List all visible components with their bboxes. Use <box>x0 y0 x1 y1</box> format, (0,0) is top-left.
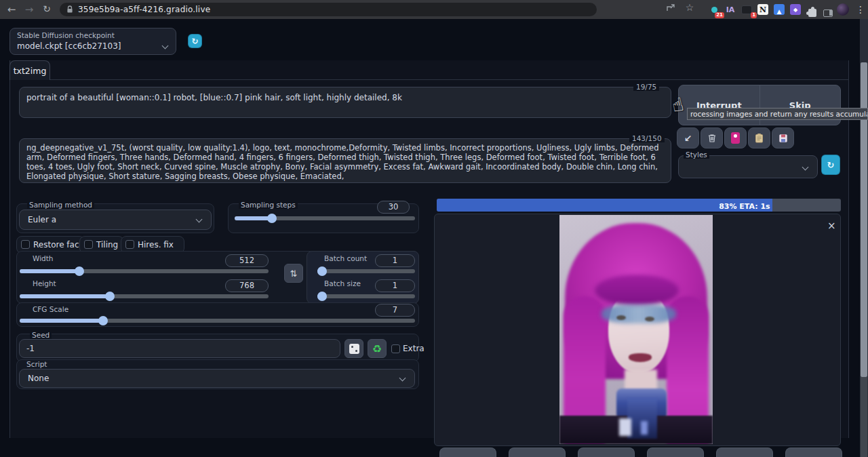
extension-camera-icon[interactable]: 1 <box>739 2 754 17</box>
chevron-down-icon <box>196 216 203 223</box>
progress-text: 83% ETA: 1s <box>719 202 772 211</box>
height-value[interactable]: 768 <box>225 279 269 292</box>
extension-purple-icon[interactable]: ◆ <box>788 2 803 17</box>
apply-styles-button[interactable] <box>748 127 770 148</box>
styles-label: Styles <box>684 151 709 159</box>
cfg-scale-slider[interactable] <box>20 319 415 323</box>
tab-divider <box>9 79 849 80</box>
script-value: None <box>28 374 49 383</box>
extra-networks-button[interactable] <box>724 127 747 148</box>
script-dropdown[interactable]: None <box>19 369 415 388</box>
width-slider[interactable] <box>20 269 269 273</box>
height-label: Height <box>33 279 56 287</box>
seed-extra-checkbox[interactable] <box>391 344 400 353</box>
chevron-down-icon <box>162 43 169 49</box>
extra-networks-card-icon <box>731 132 740 144</box>
checkpoint-label: Stable Diffusion checkpoint <box>17 31 115 39</box>
share-icon[interactable] <box>665 3 677 16</box>
styles-dropdown[interactable] <box>678 155 818 178</box>
gallery-action-button[interactable] <box>509 448 566 457</box>
address-bar[interactable]: 359e5b9a-a5ff-4216.gradio.live <box>60 3 597 16</box>
gallery-action-button[interactable] <box>647 448 704 457</box>
stable-diffusion-webui: ← → ↻ 359e5b9a-a5ff-4216.gradio.live ☆ 2… <box>0 0 868 457</box>
portrait-lips <box>629 353 652 362</box>
gallery-action-button[interactable] <box>785 448 842 457</box>
extension-image-icon[interactable]: ▲ <box>772 2 787 17</box>
extension-pin-icon[interactable]: 21 <box>707 2 722 17</box>
cfg-scale-label: CFG Scale <box>33 305 68 313</box>
chevron-down-icon <box>399 375 406 382</box>
batch-size-slider[interactable] <box>317 294 415 298</box>
extension-notion-icon[interactable]: N <box>755 2 770 17</box>
checkpoint-refresh-button[interactable]: ↻ <box>189 35 201 47</box>
profile-avatar[interactable] <box>835 2 850 17</box>
arrow-down-left-icon: ↙ <box>684 133 692 144</box>
width-value[interactable]: 512 <box>225 254 269 267</box>
negative-prompt-input[interactable]: ng_deepnegative_v1_75t, (worst quality, … <box>19 138 671 183</box>
browser-back-icon[interactable]: ← <box>5 3 18 16</box>
batch-count-value[interactable]: 1 <box>375 254 415 267</box>
extension-ia-icon[interactable]: IA <box>723 2 738 17</box>
tiling-label: Tiling <box>96 240 118 250</box>
browser-toolbar: ← → ↻ 359e5b9a-a5ff-4216.gradio.live ☆ 2… <box>0 0 868 19</box>
dice-icon <box>349 344 359 354</box>
batch-size-value[interactable]: 1 <box>375 279 415 292</box>
padlock-icon <box>66 5 73 14</box>
generated-image[interactable] <box>559 215 713 444</box>
prompt-token-counter: 19/75 <box>633 83 659 91</box>
prompt-input[interactable]: portrait of a beautiful [woman::0.1] rob… <box>19 87 671 118</box>
gallery-action-button[interactable] <box>716 448 773 457</box>
interrupt-tooltip: rocessing images and return any results … <box>687 108 868 120</box>
checkpoint-dropdown[interactable]: Stable Diffusion checkpoint model.ckpt [… <box>9 28 176 55</box>
floppy-disk-icon <box>778 134 788 143</box>
reuse-seed-button[interactable]: ♻ <box>368 339 387 358</box>
hires-fix-label: Hires. fix <box>138 240 174 250</box>
close-icon[interactable]: × <box>827 220 836 232</box>
width-label: Width <box>33 254 54 262</box>
portrait-eyeshadow <box>601 304 676 323</box>
url-text: 359e5b9a-a5ff-4216.gradio.live <box>78 5 210 14</box>
browser-reload-icon[interactable]: ↻ <box>41 3 53 14</box>
gallery-action-button[interactable] <box>578 448 635 457</box>
progress-fill: 83% ETA: 1s <box>437 199 772 212</box>
script-label: Script <box>24 360 49 368</box>
batch-size-label: Batch size <box>324 279 361 287</box>
sampling-method-label: Sampling method <box>27 201 94 209</box>
random-seed-button[interactable] <box>344 339 363 358</box>
sampling-method-dropdown[interactable]: Euler a <box>19 210 212 230</box>
trash-icon <box>707 134 717 143</box>
browser-forward-icon[interactable]: → <box>23 3 35 16</box>
tiling-checkbox[interactable] <box>84 240 93 249</box>
progress-bar: 83% ETA: 1s <box>437 199 841 212</box>
bookmark-star-icon[interactable]: ☆ <box>684 2 696 13</box>
browser-menu-kebab-icon[interactable]: ⋮ <box>853 2 868 17</box>
sampling-steps-slider[interactable] <box>235 216 415 220</box>
sampling-steps-value[interactable]: 30 <box>377 201 410 214</box>
recycle-icon: ♻ <box>372 342 382 355</box>
batch-count-slider[interactable] <box>317 269 415 273</box>
sampling-steps-label: Sampling steps <box>239 201 298 209</box>
cfg-scale-value[interactable]: 7 <box>375 304 415 317</box>
swap-arrows-icon: ⇅ <box>290 269 298 279</box>
height-slider[interactable] <box>20 294 269 298</box>
gallery-action-button[interactable] <box>439 448 496 457</box>
clipboard-icon <box>755 133 764 143</box>
cfg-block <box>16 302 419 327</box>
swap-width-height-button[interactable]: ⇅ <box>284 264 303 283</box>
seed-label: Seed <box>30 331 52 339</box>
save-style-button[interactable] <box>772 127 794 148</box>
styles-refresh-button[interactable]: ↻ <box>822 155 840 174</box>
tab-txt2img[interactable]: txt2img <box>9 60 50 80</box>
hires-fix-checkbox[interactable] <box>125 240 134 249</box>
sampling-method-value: Euler a <box>28 215 56 224</box>
negative-token-counter: 143/150 <box>629 134 665 142</box>
extensions-puzzle-icon[interactable] <box>805 5 820 20</box>
seed-extra-label: Extra <box>403 344 425 353</box>
side-panel-icon[interactable] <box>821 5 835 20</box>
checkpoint-value: model.ckpt [cc6cb27103] <box>17 41 121 51</box>
paste-params-button[interactable]: ↙ <box>677 127 699 148</box>
clear-prompt-button[interactable] <box>701 127 723 148</box>
restore-faces-checkbox[interactable] <box>21 240 30 249</box>
seed-input[interactable] <box>19 339 340 358</box>
chevron-down-icon <box>802 164 809 171</box>
